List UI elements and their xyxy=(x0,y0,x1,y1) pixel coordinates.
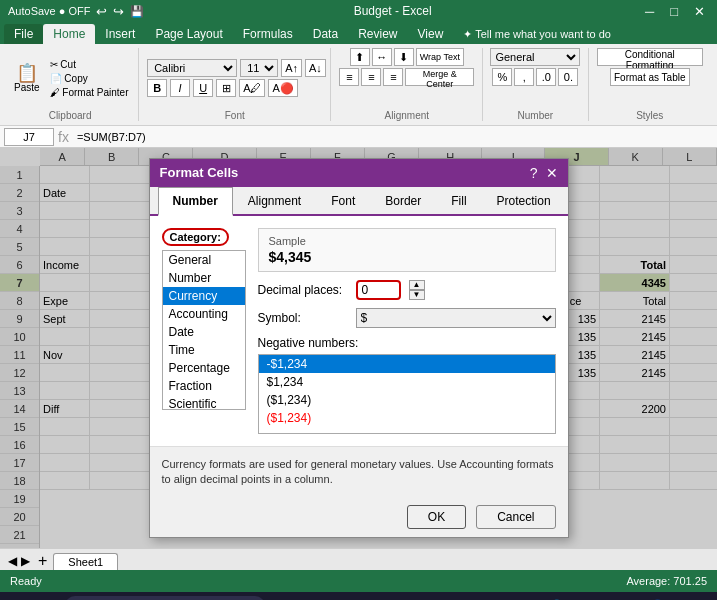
align-middle-button[interactable]: ↔ xyxy=(372,48,392,66)
decimal-up-button[interactable]: ▲ xyxy=(409,280,425,290)
category-currency[interactable]: Currency xyxy=(163,287,245,305)
bold-button[interactable]: B xyxy=(147,79,167,97)
tab-file[interactable]: File xyxy=(4,24,43,44)
description-text: Currency formats are used for general mo… xyxy=(162,457,556,488)
ribbon-group-font: Calibri 11 A↑ A↓ B I U ⊞ A🖊 A🔴 xyxy=(143,48,331,121)
category-fraction[interactable]: Fraction xyxy=(163,377,245,395)
tab-pagelayout[interactable]: Page Layout xyxy=(145,24,232,44)
decimal-down-button[interactable]: ▼ xyxy=(409,290,425,300)
tab-insert[interactable]: Insert xyxy=(95,24,145,44)
format-painter-button[interactable]: 🖌 Format Painter xyxy=(46,86,133,99)
close-button[interactable]: ✕ xyxy=(690,4,709,19)
tab-formulas[interactable]: Formulas xyxy=(233,24,303,44)
category-percentage[interactable]: Percentage xyxy=(163,359,245,377)
neg-item-1[interactable]: $1,234 xyxy=(259,373,555,391)
border-button[interactable]: ⊞ xyxy=(216,79,236,97)
save-icon[interactable]: 💾 xyxy=(130,5,144,18)
dialog-tab-border[interactable]: Border xyxy=(370,187,436,216)
category-time[interactable]: Time xyxy=(163,341,245,359)
number-format-select[interactable]: General xyxy=(490,48,580,66)
ribbon: 📋 Paste ✂ Cut 📄 Copy 🖌 Format Painter Cl… xyxy=(0,44,717,126)
taskbar: ⊞ 🔍 ❑ 🌐 📁 🛍 ⚙ 🔵 X W xyxy=(0,592,717,600)
undo-icon[interactable]: ↩ xyxy=(96,4,107,19)
neg-item-3[interactable]: ($1,234) xyxy=(259,409,555,427)
tab-view[interactable]: View xyxy=(408,24,454,44)
font-size-select[interactable]: 11 xyxy=(240,59,278,77)
maximize-button[interactable]: □ xyxy=(666,4,682,19)
category-general[interactable]: General xyxy=(163,251,245,269)
sample-value: $4,345 xyxy=(269,249,545,265)
align-left-button[interactable]: ≡ xyxy=(339,68,359,86)
align-top-button[interactable]: ⬆ xyxy=(350,48,370,66)
font-color-button[interactable]: A🔴 xyxy=(268,79,297,97)
tab-data[interactable]: Data xyxy=(303,24,348,44)
wrap-text-button[interactable]: Wrap Text xyxy=(416,48,464,66)
align-center-button[interactable]: ≡ xyxy=(361,68,381,86)
decrease-decimal-button[interactable]: 0. xyxy=(558,68,578,86)
minimize-button[interactable]: ─ xyxy=(641,4,658,19)
dialog-tab-font[interactable]: Font xyxy=(316,187,370,216)
percent-button[interactable]: % xyxy=(492,68,512,86)
format-cells-dialog: Format Cells ? ✕ Number Alignment Font B… xyxy=(149,158,569,539)
sheet-tab-sheet1[interactable]: Sheet1 xyxy=(53,553,118,570)
font-controls: Calibri 11 A↑ A↓ B I U ⊞ A🖊 A🔴 xyxy=(147,59,326,97)
paste-label: Paste xyxy=(14,82,40,93)
copy-button[interactable]: 📄 Copy xyxy=(46,72,133,85)
align-right-button[interactable]: ≡ xyxy=(383,68,403,86)
dialog-tab-alignment[interactable]: Alignment xyxy=(233,187,316,216)
category-list[interactable]: General Number Currency Accounting Date … xyxy=(162,250,246,410)
dialog-title: Format Cells xyxy=(160,165,239,180)
formula-input[interactable] xyxy=(73,128,713,146)
clipboard-label: Clipboard xyxy=(10,108,130,121)
decimal-input[interactable] xyxy=(356,280,401,300)
font-name-select[interactable]: Calibri xyxy=(147,59,237,77)
add-sheet-button[interactable]: + xyxy=(38,552,47,570)
clipboard-content: 📋 Paste ✂ Cut 📄 Copy 🖌 Format Painter xyxy=(10,48,130,108)
number-buttons-row: % , .0 0. xyxy=(492,68,578,86)
neg-item-2[interactable]: ($1,234) xyxy=(259,391,555,409)
ribbon-group-styles: Conditional Formatting Format as Table S… xyxy=(593,48,712,121)
dialog-tab-fill[interactable]: Fill xyxy=(436,187,481,216)
font-shrink-button[interactable]: A↓ xyxy=(305,59,326,77)
underline-button[interactable]: U xyxy=(193,79,213,97)
tab-tellme[interactable]: ✦ Tell me what you want to do xyxy=(453,25,621,44)
dialog-help-button[interactable]: ? xyxy=(530,165,538,181)
cancel-button[interactable]: Cancel xyxy=(476,505,555,529)
status-average: Average: 701.25 xyxy=(626,575,707,587)
category-accounting[interactable]: Accounting xyxy=(163,305,245,323)
format-table-button[interactable]: Format as Table xyxy=(610,68,690,86)
cell-reference-input[interactable] xyxy=(4,128,54,146)
sheet-nav-right[interactable]: ▶ xyxy=(21,554,30,568)
increase-decimal-button[interactable]: .0 xyxy=(536,68,556,86)
fill-color-button[interactable]: A🖊 xyxy=(239,79,265,97)
merge-center-button[interactable]: Merge & Center xyxy=(405,68,474,86)
sheet-nav-left[interactable]: ◀ xyxy=(8,554,17,568)
comma-button[interactable]: , xyxy=(514,68,534,86)
font-grow-button[interactable]: A↑ xyxy=(281,59,302,77)
dialog-tab-number[interactable]: Number xyxy=(158,187,233,216)
negative-label: Negative numbers: xyxy=(258,336,556,350)
cut-button[interactable]: ✂ Cut xyxy=(46,58,133,71)
tab-home[interactable]: Home xyxy=(43,24,95,44)
ok-button[interactable]: OK xyxy=(407,505,466,529)
category-date[interactable]: Date xyxy=(163,323,245,341)
taskbar-search-input[interactable] xyxy=(65,596,265,600)
tab-review[interactable]: Review xyxy=(348,24,407,44)
number-content: General % , .0 0. xyxy=(491,48,579,108)
redo-icon[interactable]: ↪ xyxy=(113,4,124,19)
dialog-close-button[interactable]: ✕ xyxy=(546,165,558,181)
title-bar-left: AutoSave ● OFF ↩ ↪ 💾 xyxy=(8,4,144,19)
category-scientific[interactable]: Scientific xyxy=(163,395,245,410)
conditional-formatting-button[interactable]: Conditional Formatting xyxy=(597,48,704,66)
symbol-select[interactable]: $ xyxy=(356,308,556,328)
neg-item-0[interactable]: -$1,234 xyxy=(259,355,555,373)
align-bottom-button[interactable]: ⬇ xyxy=(394,48,414,66)
category-number[interactable]: Number xyxy=(163,269,245,287)
alignment-bottom-row: ≡ ≡ ≡ Merge & Center xyxy=(339,68,474,86)
paste-button[interactable]: 📋 Paste xyxy=(10,62,44,95)
dialog-tab-protection[interactable]: Protection xyxy=(482,187,566,216)
clipboard-small-buttons: ✂ Cut 📄 Copy 🖌 Format Painter xyxy=(46,58,133,99)
styles-label: Styles xyxy=(597,108,704,121)
negative-list[interactable]: -$1,234 $1,234 ($1,234) ($1,234) xyxy=(258,354,556,434)
italic-button[interactable]: I xyxy=(170,79,190,97)
